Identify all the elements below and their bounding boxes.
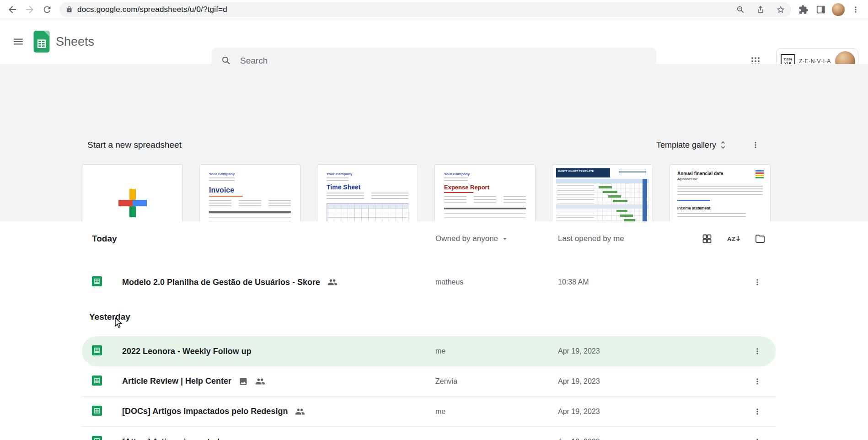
file-opened: Apr 19, 2023 <box>558 377 696 386</box>
kebab-icon <box>751 140 760 150</box>
group-label-today: Today <box>92 234 435 244</box>
kebab-icon <box>753 377 762 386</box>
forward-button[interactable] <box>22 2 38 17</box>
split-rect-icon <box>816 5 826 15</box>
file-title: Article Review | Help Center <box>122 376 231 386</box>
preview-company: Your Company <box>327 172 408 176</box>
row-menu-icon[interactable] <box>748 372 766 391</box>
sheets-logo[interactable] <box>33 31 50 53</box>
file-opened: Apr 19, 2023 <box>558 347 696 355</box>
template-section-title: Start a new spreadsheet <box>87 140 182 150</box>
grid-view-glyph <box>702 233 713 244</box>
group-label-yesterday: Yesterday <box>82 297 776 336</box>
file-row[interactable]: [DOCs] Artigos impactados pelo Redesign … <box>82 397 776 427</box>
url-bar[interactable]: docs.google.com/spreadsheets/u/0/?tgif=d <box>59 2 791 17</box>
file-owner: me <box>435 408 558 416</box>
preview-title: Annual financial data <box>677 171 763 176</box>
preview-title: Invoice <box>209 186 291 194</box>
file-row[interactable]: Modelo 2.0 Planilha de Gestão de Usuário… <box>82 267 776 297</box>
refresh-icon <box>42 5 52 15</box>
lock-icon <box>66 6 73 13</box>
url-text: docs.google.com/spreadsheets/u/0/?tgif=d <box>77 5 227 14</box>
browser-window: docs.google.com/spreadsheets/u/0/?tgif=d <box>0 0 868 440</box>
file-list: Today Owned by anyone Last opened by me … <box>82 221 776 440</box>
owner-filter-button[interactable]: Owned by anyone <box>435 234 509 243</box>
main-menu-icon[interactable] <box>6 30 30 54</box>
template-section-menu-icon[interactable] <box>746 136 765 154</box>
grid-view-icon[interactable] <box>701 232 713 245</box>
zoom-icon[interactable] <box>733 2 748 17</box>
file-opened: Apr 19, 2023 <box>558 408 696 416</box>
bookmark-star-icon[interactable] <box>773 2 788 17</box>
arrow-left-icon <box>7 4 18 15</box>
unfold-icon <box>718 140 728 150</box>
template-gallery-button[interactable]: Template gallery <box>656 140 728 150</box>
sheets-file-small-icon <box>92 345 102 355</box>
extensions-icon[interactable] <box>796 2 811 17</box>
preview-title: Expense Report <box>444 184 526 191</box>
share-icon[interactable] <box>753 2 768 17</box>
app-title[interactable]: Sheets <box>56 35 94 49</box>
preview-company: Your Company <box>444 172 526 176</box>
az-sort-glyph: AZ <box>727 233 740 244</box>
file-row[interactable]: Article Review | Help Center Zenvia Apr … <box>82 366 776 397</box>
kebab-icon <box>753 278 762 287</box>
file-owner: me <box>435 347 558 355</box>
file-title: 2022 Leonora - Weekly Follow up <box>122 347 252 356</box>
browser-profile-avatar[interactable] <box>830 2 846 17</box>
preview-title: GANTT CHART TEMPLATE <box>556 168 610 177</box>
file-owner: matheus <box>435 278 558 286</box>
file-opened: Apr 19, 2023 <box>558 438 696 440</box>
sort-az-icon[interactable]: AZ <box>727 232 740 245</box>
image-icon <box>239 377 248 386</box>
last-opened-header[interactable]: Last opened by me <box>558 234 696 243</box>
star-outline-icon <box>776 5 785 14</box>
app-header: Sheets ZEN VIA Z·E·N·V·I·A <box>0 19 868 64</box>
mini-legend <box>755 170 764 178</box>
sheets-file-icon <box>33 31 50 53</box>
magnifier-icon <box>736 5 745 14</box>
avatar <box>832 3 845 16</box>
reload-button[interactable] <box>39 2 55 17</box>
puzzle-icon <box>798 5 809 15</box>
preview-subtitle: Alphabet Inc. <box>677 177 763 181</box>
file-row-partial[interactable]: [Atte...] Artigos impactados ... Apr 19,… <box>82 427 776 440</box>
template-gallery-label: Template gallery <box>656 140 716 150</box>
browser-menu-icon[interactable] <box>848 2 863 17</box>
row-menu-icon[interactable] <box>748 402 766 421</box>
template-section-header: Start a new spreadsheet Template gallery <box>87 136 765 154</box>
share-arrow-icon <box>756 5 765 14</box>
folder-icon[interactable] <box>754 232 766 245</box>
file-title: [DOCs] Artigos impactados pelo Redesign <box>122 407 288 416</box>
preview-section: Income statement <box>677 206 763 210</box>
back-button[interactable] <box>5 2 20 17</box>
row-menu-icon[interactable] <box>748 433 766 440</box>
sheets-file-small-icon <box>92 376 102 386</box>
sheets-file-small-icon <box>92 436 102 440</box>
browser-toolbar: docs.google.com/spreadsheets/u/0/?tgif=d <box>0 0 868 19</box>
preview-title: Time Sheet <box>327 183 408 191</box>
row-menu-icon[interactable] <box>748 342 766 360</box>
shared-people-icon <box>295 407 305 417</box>
plus-icon <box>118 189 147 217</box>
svg-text:A: A <box>727 236 732 242</box>
owner-filter-label: Owned by anyone <box>435 234 498 243</box>
kebab-icon <box>753 407 762 416</box>
arrow-right-icon <box>24 4 35 15</box>
kebab-icon <box>851 5 860 14</box>
zenvia-brand-text: Z·E·N·V·I·A <box>799 58 831 64</box>
file-owner: Zenvia <box>435 377 558 386</box>
sheets-file-small-icon <box>92 406 102 416</box>
file-list-header: Today Owned by anyone Last opened by me … <box>82 221 776 256</box>
preview-company: Your Company <box>209 172 291 176</box>
row-menu-icon[interactable] <box>748 273 766 291</box>
file-opened: 10:38 AM <box>558 278 696 286</box>
caret-down-icon <box>501 235 509 243</box>
shared-people-icon <box>327 277 338 287</box>
file-title: [Atte...] Artigos impactados ... <box>122 437 238 440</box>
file-row-selected[interactable]: 2022 Leonora - Weekly Follow up me Apr 1… <box>82 336 776 366</box>
sheets-file-small-icon <box>92 276 102 286</box>
kebab-icon <box>753 347 762 356</box>
shared-people-icon <box>255 376 265 386</box>
side-panel-icon[interactable] <box>813 2 829 17</box>
